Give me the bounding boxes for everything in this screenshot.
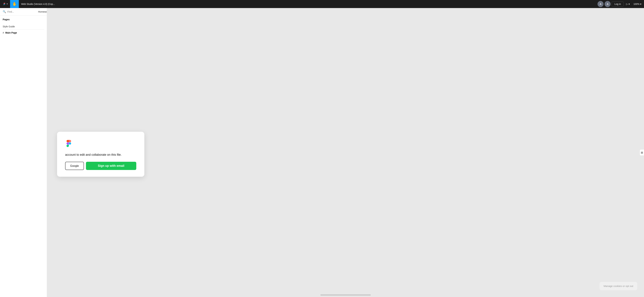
main-area: 🔍 Homework #1 ∧ Pages Style Guide # Main… bbox=[0, 8, 644, 297]
modal-description: account to edit and collaborate on this … bbox=[65, 152, 136, 157]
right-panel-toggle[interactable]: ⊞ bbox=[640, 150, 644, 156]
hand-tool-button[interactable]: ✋ bbox=[10, 0, 19, 8]
canvas-horizontal-scrollbar[interactable] bbox=[320, 294, 371, 296]
main-page-item[interactable]: # Main Page bbox=[0, 30, 47, 36]
sidebar: 🔍 Homework #1 ∧ Pages Style Guide # Main… bbox=[0, 8, 47, 297]
avatar-1[interactable]: A bbox=[598, 1, 604, 7]
zoom-level-label: 100% bbox=[634, 3, 640, 5]
play-icon: ▷ bbox=[626, 3, 628, 5]
zoom-dropdown-arrow: ▾ bbox=[640, 3, 641, 5]
topbar: ▾ ✋ Web Studio (Version 4.0) (Cop... A A… bbox=[0, 0, 644, 8]
preview-dropdown-arrow: ▾ bbox=[628, 3, 630, 5]
style-guide-page-item[interactable]: Style Guide bbox=[0, 24, 47, 30]
google-signup-button[interactable]: Google bbox=[65, 162, 84, 170]
pages-section: Pages bbox=[0, 16, 47, 24]
logo-dropdown-arrow: ▾ bbox=[7, 3, 8, 5]
sidebar-search-bar: 🔍 Homework #1 ∧ bbox=[0, 8, 47, 16]
pages-section-title: Pages bbox=[3, 18, 44, 21]
cookies-text[interactable]: Manage cookies or opt out bbox=[604, 284, 633, 288]
document-title: Web Studio (Version 4.0) (Cop... bbox=[21, 3, 596, 5]
zoom-control[interactable]: 100% ▾ bbox=[632, 2, 643, 6]
search-icon: 🔍 bbox=[3, 10, 6, 13]
modal-card: account to edit and collaborate on this … bbox=[57, 132, 144, 177]
chevron-right-icon: ⊞ bbox=[641, 151, 643, 154]
hash-icon: # bbox=[3, 32, 4, 34]
preview-button[interactable]: ▷ ▾ bbox=[625, 2, 631, 6]
cookies-banner: Manage cookies or opt out bbox=[600, 282, 637, 290]
main-page-label: Main Page bbox=[5, 32, 17, 34]
modal-actions: Google Sign up with email bbox=[65, 162, 136, 170]
avatar-2[interactable]: A bbox=[604, 1, 610, 7]
modal-figma-logo bbox=[65, 138, 136, 149]
search-input[interactable] bbox=[8, 10, 37, 13]
hand-icon: ✋ bbox=[12, 2, 17, 6]
modal-overlay: account to edit and collaborate on this … bbox=[47, 8, 644, 297]
canvas-area: account to edit and collaborate on this … bbox=[47, 8, 644, 297]
login-button[interactable]: Log in bbox=[612, 2, 624, 6]
email-signup-button[interactable]: Sign up with email bbox=[86, 162, 136, 170]
collaborators-area: A A bbox=[598, 1, 610, 7]
figma-logo-button[interactable]: ▾ bbox=[1, 2, 9, 6]
